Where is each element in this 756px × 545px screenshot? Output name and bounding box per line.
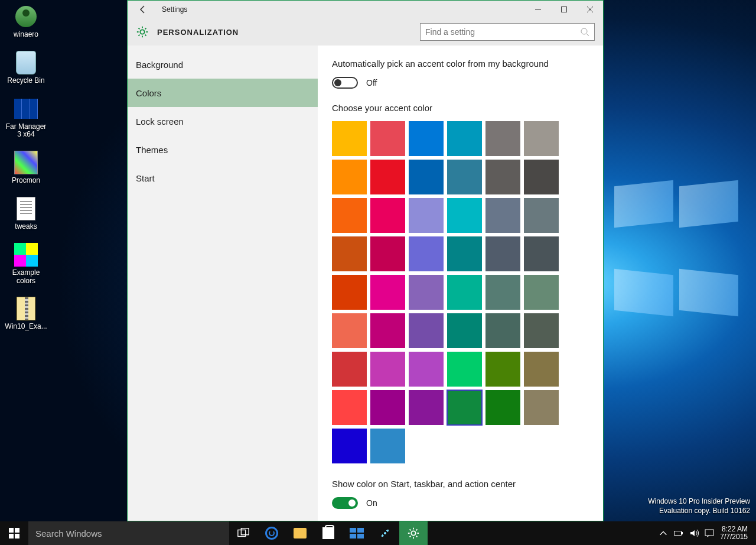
- color-swatch[interactable]: [485, 275, 520, 310]
- color-swatch[interactable]: [485, 198, 520, 233]
- desktop-icon[interactable]: winaero: [4, 4, 48, 39]
- color-swatch[interactable]: [409, 198, 444, 233]
- taskbar-search[interactable]: Search Windows: [28, 521, 229, 545]
- window-title: Settings: [162, 5, 187, 14]
- color-swatch[interactable]: [485, 390, 520, 425]
- color-swatch[interactable]: [332, 429, 367, 463]
- nav-item-lock-screen[interactable]: Lock screen: [128, 107, 318, 135]
- color-swatch[interactable]: [485, 160, 520, 194]
- clock-date: 7/7/2015: [720, 533, 748, 541]
- svg-rect-12: [705, 530, 713, 536]
- desktop-icon[interactable]: Procmon: [4, 150, 48, 185]
- color-swatch[interactable]: [485, 121, 520, 156]
- auto-pick-toggle[interactable]: [332, 77, 358, 89]
- color-swatch[interactable]: [524, 236, 559, 271]
- desktop-icon[interactable]: Far Manager 3 x64: [4, 96, 48, 140]
- color-swatch[interactable]: [485, 313, 520, 348]
- taskbar: Search Windows 8:22 AM 7/7/2015: [0, 521, 756, 545]
- color-swatch[interactable]: [447, 390, 482, 425]
- svg-rect-8: [241, 528, 249, 535]
- color-swatch[interactable]: [447, 313, 482, 348]
- tray-notifications-icon[interactable]: [705, 528, 714, 538]
- color-swatch[interactable]: [447, 121, 482, 156]
- show-color-toggle[interactable]: [332, 497, 358, 509]
- taskbar-app-explorer[interactable]: [286, 521, 314, 545]
- minimize-button[interactable]: [525, 1, 551, 18]
- color-swatch[interactable]: [447, 160, 482, 194]
- color-swatch[interactable]: [370, 275, 405, 310]
- search-box[interactable]: [420, 23, 595, 41]
- color-swatch[interactable]: [370, 121, 405, 156]
- tray-battery-icon[interactable]: [674, 528, 683, 538]
- svg-rect-6: [15, 534, 19, 538]
- back-button[interactable]: [135, 1, 151, 18]
- desktop: winaeroRecycle BinFar Manager 3 x64Procm…: [0, 0, 756, 545]
- watermark-line1: Windows 10 Pro Insider Preview: [648, 497, 750, 506]
- color-swatch[interactable]: [332, 275, 367, 310]
- color-swatch[interactable]: [332, 121, 367, 156]
- taskbar-clock[interactable]: 8:22 AM 7/7/2015: [720, 525, 750, 541]
- color-swatch[interactable]: [370, 429, 405, 463]
- color-swatch[interactable]: [370, 236, 405, 271]
- settings-window: Settings PERSONALIZATION BackgroundColor…: [127, 0, 604, 521]
- auto-pick-state: Off: [366, 78, 377, 87]
- start-button[interactable]: [0, 521, 28, 545]
- color-swatch[interactable]: [409, 352, 444, 387]
- nav-item-start[interactable]: Start: [128, 164, 318, 192]
- color-swatch[interactable]: [370, 390, 405, 425]
- color-swatch[interactable]: [485, 236, 520, 271]
- color-swatch[interactable]: [370, 198, 405, 233]
- desktop-icon-label: Recycle Bin: [7, 77, 44, 85]
- color-swatch[interactable]: [524, 313, 559, 348]
- color-swatch[interactable]: [409, 160, 444, 194]
- nav-item-background[interactable]: Background: [128, 50, 318, 79]
- nav-item-themes[interactable]: Themes: [128, 135, 318, 164]
- color-swatch[interactable]: [332, 198, 367, 233]
- color-swatch[interactable]: [409, 121, 444, 156]
- choose-color-title: Choose your accent color: [332, 103, 589, 113]
- tray-overflow-icon[interactable]: [659, 528, 668, 538]
- desktop-icon[interactable]: Win10_Exa...: [4, 296, 48, 331]
- color-swatch[interactable]: [332, 390, 367, 425]
- desktop-icon[interactable]: tweaks: [4, 196, 48, 231]
- color-swatch[interactable]: [447, 198, 482, 233]
- desktop-icon[interactable]: Example colors: [4, 242, 48, 286]
- color-swatch[interactable]: [485, 352, 520, 387]
- color-swatch[interactable]: [524, 198, 559, 233]
- desktop-icon-label: winaero: [14, 31, 38, 39]
- taskbar-app-store[interactable]: [314, 521, 343, 545]
- color-swatch[interactable]: [447, 236, 482, 271]
- nav-item-colors[interactable]: Colors: [128, 79, 318, 107]
- task-view-button[interactable]: [229, 521, 258, 545]
- color-swatch[interactable]: [524, 352, 559, 387]
- color-swatch[interactable]: [409, 390, 444, 425]
- zip-icon: [13, 296, 39, 322]
- color-swatch[interactable]: [332, 352, 367, 387]
- color-swatch[interactable]: [524, 275, 559, 310]
- desktop-icon[interactable]: Recycle Bin: [4, 50, 48, 85]
- color-swatch[interactable]: [447, 352, 482, 387]
- search-input[interactable]: [425, 27, 580, 37]
- color-swatch[interactable]: [447, 275, 482, 310]
- color-swatch[interactable]: [332, 313, 367, 348]
- titlebar: Settings: [128, 1, 603, 18]
- color-swatch[interactable]: [332, 236, 367, 271]
- taskbar-app-windowed[interactable]: [343, 521, 371, 545]
- taskbar-app-settings[interactable]: [399, 521, 428, 545]
- color-swatch[interactable]: [409, 313, 444, 348]
- gear-icon: [136, 25, 149, 38]
- tray-volume-icon[interactable]: [689, 528, 699, 538]
- color-swatch[interactable]: [370, 160, 405, 194]
- color-swatch[interactable]: [524, 121, 559, 156]
- color-swatch[interactable]: [409, 236, 444, 271]
- color-swatch[interactable]: [409, 275, 444, 310]
- taskbar-app-wizard[interactable]: [371, 521, 399, 545]
- close-button[interactable]: [577, 1, 603, 18]
- taskbar-app-edge[interactable]: [258, 521, 286, 545]
- color-swatch[interactable]: [524, 390, 559, 425]
- maximize-button[interactable]: [551, 1, 577, 18]
- color-swatch[interactable]: [370, 313, 405, 348]
- color-swatch[interactable]: [524, 160, 559, 194]
- color-swatch[interactable]: [370, 352, 405, 387]
- color-swatch[interactable]: [332, 160, 367, 194]
